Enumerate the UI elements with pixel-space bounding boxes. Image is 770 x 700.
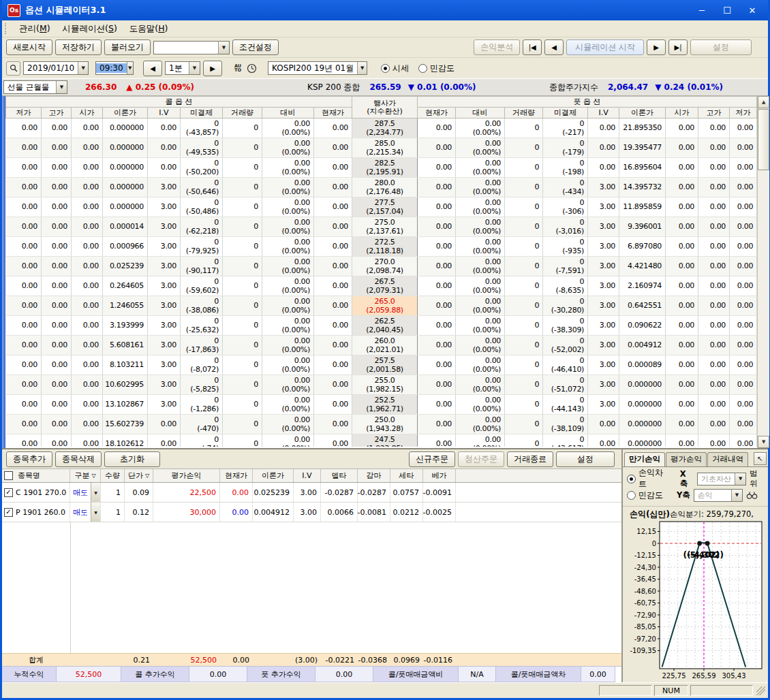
column-header[interactable]: 미결제 [181, 108, 223, 118]
last-step-button[interactable]: ▶| [668, 39, 688, 55]
chain-row[interactable]: 0.000.000.000.0252393.000(-90,117)00.00(… [6, 257, 757, 276]
resize-grip[interactable] [756, 686, 765, 695]
liquidate-order-button[interactable]: 청산주문 [458, 451, 504, 467]
pnl-analysis-button[interactable]: 손익분석 [474, 39, 520, 55]
chain-row[interactable]: 0.000.000.000.0000003.000(-50,646)00.00(… [6, 178, 757, 197]
chain-row[interactable]: 0.000.000.0015.6027390.000(-470)00.00(0.… [6, 415, 757, 434]
next-step-button[interactable]: ▶ [647, 39, 666, 55]
load-button[interactable]: 불러오기 [104, 39, 151, 55]
chain-row[interactable]: 0.000.000.008.1032113.000(-8,072)00.00(0… [6, 355, 757, 375]
preset-combobox[interactable]: ▼ [153, 41, 230, 54]
binoculars-icon[interactable] [746, 490, 758, 500]
delete-item-button[interactable]: 종목삭제 [55, 451, 102, 467]
positions-column-header[interactable]: 수량 [101, 469, 125, 482]
chevron-down-icon[interactable]: ▼ [91, 503, 100, 522]
chevron-down-icon[interactable]: ▼ [78, 62, 88, 74]
row-checkbox[interactable]: ✓ [4, 508, 13, 517]
chevron-down-icon[interactable]: ▼ [91, 483, 100, 502]
column-header[interactable]: I.V [148, 108, 181, 118]
sensitivity-radio[interactable]: 민감도 [627, 490, 663, 501]
chevron-down-icon[interactable]: ▼ [127, 62, 133, 74]
simulation-start-button[interactable]: 시뮬레이션 시작 [566, 39, 644, 55]
chevron-down-icon[interactable]: ▼ [56, 81, 67, 93]
chevron-down-icon[interactable]: ▼ [731, 490, 742, 501]
positions-column-header[interactable]: 현재가 [220, 469, 253, 482]
time-combobox[interactable]: 09:30 ▼ [95, 61, 134, 75]
positions-column-header[interactable]: 종목명 [2, 469, 70, 482]
x-axis-combobox[interactable]: 기초자산 ▼ [697, 473, 746, 486]
save-button[interactable]: 저장하기 [55, 39, 102, 55]
chain-row[interactable]: 0.000.000.003.1939993.000(-25,632)00.00(… [6, 316, 757, 336]
column-header[interactable]: 이론가 [619, 108, 666, 118]
menu-item-m[interactable]: 관리(M) [13, 22, 57, 36]
sort-icon[interactable]: ▽ [145, 473, 149, 479]
end-trade-button[interactable]: 거래종료 [507, 451, 553, 467]
chain-row[interactable]: 0.000.000.000.0009663.000(-79,925)00.00(… [6, 237, 757, 257]
column-header[interactable]: 고가 [698, 108, 730, 118]
scroll-down-icon[interactable]: ▼ [758, 436, 769, 448]
column-header[interactable]: I.V [588, 108, 619, 118]
side-combobox[interactable]: 매도▼ [70, 483, 101, 502]
column-header[interactable]: 대비 [456, 108, 505, 118]
close-button[interactable]: ✕ [742, 3, 763, 17]
column-header[interactable]: 고가 [42, 108, 72, 118]
new-start-button[interactable]: 새로시작 [6, 39, 52, 55]
chain-row[interactable]: 0.000.000.005.6081613.000(-17,863)00.00(… [6, 336, 757, 355]
column-header[interactable]: 거래량 [223, 108, 262, 118]
column-header[interactable]: 미결제 [543, 108, 588, 118]
column-header[interactable]: 거래량 [505, 108, 543, 118]
chain-row[interactable]: 0.000.000.0018.1026120.000(-74)00.00(0.0… [6, 434, 757, 447]
positions-column-header[interactable]: 세타 [390, 469, 423, 482]
search-icon[interactable] [6, 61, 20, 76]
tab-평가손익[interactable]: 평가손익 [666, 452, 707, 466]
chevron-down-icon[interactable]: ▼ [735, 473, 745, 485]
scroll-up-icon[interactable]: ▲ [758, 96, 769, 108]
position-row[interactable]: ✓P 1901 260.0매도▼10.1230,0000.000.0049123… [2, 503, 621, 522]
first-step-button[interactable]: |◀ [523, 39, 542, 55]
prev-step-button[interactable]: ◀ [544, 39, 564, 55]
tab-만기손익[interactable]: 만기손익 [624, 452, 665, 466]
scrollbar-thumb[interactable] [758, 109, 769, 170]
chevron-down-icon[interactable]: ▼ [189, 62, 200, 74]
y-axis-combobox[interactable]: 손익 ▼ [694, 489, 743, 502]
greek-mode-radio[interactable]: 민감도 [418, 63, 455, 74]
chain-row[interactable]: 0.000.000.000.0000000.000(-50,200)00.00(… [6, 158, 757, 178]
interval-combobox[interactable]: 1분 ▼ [165, 61, 200, 75]
chevron-down-icon[interactable]: ▼ [357, 62, 367, 74]
positions-column-header[interactable]: 델타 [321, 469, 358, 482]
price-mode-radio[interactable]: 시세 [381, 63, 409, 74]
select-all-checkbox[interactable] [4, 471, 13, 480]
column-header[interactable]: 현재가 [314, 108, 352, 118]
chain-row[interactable]: 0.000.000.0010.6029953.000(-5,825)00.00(… [6, 375, 757, 395]
chain-row[interactable]: 0.000.000.000.0000003.000(-50,486)00.00(… [6, 197, 757, 217]
positions-column-header[interactable]: 베가 [423, 469, 456, 482]
chain-row[interactable]: 0.000.000.000.0000000.000(-43,857)00.00(… [6, 118, 757, 138]
chevron-down-icon[interactable]: ▼ [218, 42, 229, 54]
auto-play-icon[interactable]: AUTO [234, 64, 241, 73]
pnl-chart-radio[interactable]: 손익차트 [627, 467, 671, 490]
tab-거래내역[interactable]: 거래내역 [707, 452, 748, 466]
positions-column-header[interactable]: 구분▽ [70, 469, 101, 482]
positions-column-header[interactable]: I.V [294, 469, 321, 482]
step-forward-button[interactable]: ▶ [203, 61, 222, 76]
column-header[interactable]: 대비 [262, 108, 314, 118]
product-combobox[interactable]: KOSPI200 19년 01월 ▼ [268, 61, 367, 75]
chain-row[interactable]: 0.000.000.000.0000000.000(-49,535)00.00(… [6, 138, 757, 158]
chain-row[interactable]: 0.000.000.000.0000143.000(-62,218)00.00(… [6, 217, 757, 237]
column-header[interactable]: 시가 [72, 108, 103, 118]
positions-column-header[interactable]: 이론가 [253, 469, 294, 482]
date-combobox[interactable]: 2019/01/10 ▼ [23, 61, 89, 75]
positions-column-header[interactable]: 감마 [358, 469, 390, 482]
chain-scrollbar[interactable]: ▲ ▼ [757, 96, 769, 448]
add-item-button[interactable]: 종목추가 [6, 451, 52, 467]
position-settings-button[interactable]: 설정 [556, 451, 615, 467]
column-header[interactable]: 저가 [730, 108, 757, 118]
chain-row[interactable]: 0.000.000.001.2460553.000(-38,086)00.00(… [6, 296, 757, 316]
position-row[interactable]: ✓C 1901 270.0매도▼10.0922,5000.000.0252393… [2, 483, 621, 503]
column-header[interactable]: 현재가 [418, 108, 456, 118]
clock-icon[interactable] [247, 63, 257, 74]
settings-button[interactable]: 설정 [690, 39, 752, 55]
chain-row[interactable]: 0.000.000.000.2646053.000(-59,602)00.00(… [6, 276, 757, 296]
row-checkbox[interactable]: ✓ [4, 488, 13, 497]
reset-button[interactable]: 초기화 [104, 451, 160, 467]
